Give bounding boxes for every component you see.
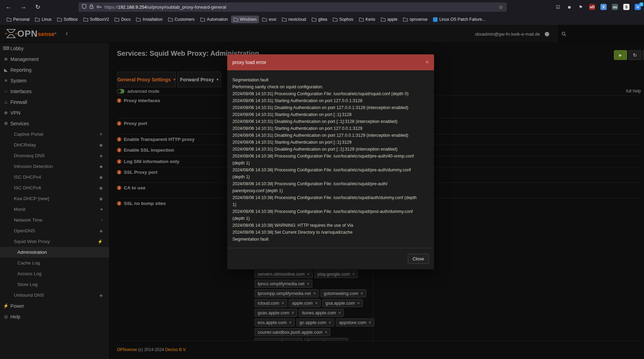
bookmark-item-apple[interactable]: apple [378, 16, 400, 23]
domain-chip-icloud-com[interactable]: icloud.com× [255, 299, 287, 307]
sidebar-item-kea-dhcp-new[interactable]: Kea DHCP [new]◉ [0, 193, 109, 204]
info-icon[interactable]: i [117, 137, 121, 142]
password-extension-icon[interactable]: U1 [634, 3, 641, 10]
lock-warning-icon[interactable] [89, 4, 94, 10]
info-icon[interactable]: i [117, 201, 121, 206]
sidebar-item-unbound-dns[interactable]: Unbound DNS◈ [0, 290, 109, 300]
domain-chip-itunes-apple-com[interactable]: itunes.apple.com× [299, 309, 344, 317]
chip-remove-icon[interactable]: × [342, 340, 345, 341]
bookmark-item-softbox[interactable]: Softbox [55, 16, 80, 23]
sidebar-item-reporting[interactable]: ◣Reporting [0, 64, 109, 75]
chip-remove-icon[interactable]: × [357, 301, 360, 306]
sidebar-item-captive-portal[interactable]: Captive Portal✈ [0, 129, 109, 140]
domain-chip-servers-citrixonline-com[interactable]: servers.citrixonline.com× [255, 270, 313, 278]
sidebar-item-help[interactable]: ◎Help [0, 311, 109, 322]
chip-remove-icon[interactable]: × [313, 291, 316, 296]
sidebar-item-monit[interactable]: Monit♥ [0, 204, 109, 215]
domain-chip-appstore-com[interactable]: appstore.com× [336, 318, 374, 326]
chip-remove-icon[interactable]: × [329, 320, 331, 325]
bookmark-item-installation[interactable]: Installation [134, 16, 165, 23]
sidebar-collapse-icon[interactable]: ‹ [66, 29, 68, 37]
url-bar[interactable]: https://192.168.9.254/ui/proxy#subtab_pr… [79, 2, 507, 12]
shield-check-extension-icon[interactable]: ☑ [554, 3, 561, 10]
sidebar-item-power[interactable]: ⚡Power [0, 300, 109, 311]
bookmark-item-softboxv2[interactable]: SoftboxV2 [81, 16, 111, 23]
info-icon[interactable]: i [117, 148, 121, 152]
close-icon[interactable]: × [425, 59, 429, 66]
bookmark-item-personal[interactable]: Personal [4, 16, 32, 23]
monkey-extension-icon[interactable]: oo [611, 3, 618, 10]
domain-chip-tpncs-simplifymedia-net[interactable]: tpncs.simplifymedia.net× [255, 280, 312, 288]
s-extension-icon[interactable]: S [623, 3, 630, 10]
domain-chip-gsa-apple-com[interactable]: gsa.apple.com× [322, 299, 363, 307]
sidebar-item-system[interactable]: ≡System [0, 75, 109, 86]
domain-chip-gotomeeting-com[interactable]: gotomeeting.com× [321, 289, 366, 297]
back-icon[interactable]: ← [6, 3, 11, 10]
domain-chip-courier-sandbox-push-apple-com[interactable]: courier.sandbox.push.apple.com× [255, 328, 330, 336]
chip-remove-icon[interactable]: × [307, 272, 310, 277]
opnsense-logo[interactable]: OPNsense® [5, 28, 56, 39]
info-icon[interactable]: i [117, 98, 121, 103]
chip-remove-icon[interactable]: × [307, 281, 309, 286]
sidebar-item-lobby[interactable]: ⌨Lobby [0, 43, 109, 54]
sidebar-item-dnsmasq-dns[interactable]: Dnsmasq DNS◈ [0, 150, 109, 161]
domain-chip-gsas-apple-com[interactable]: gsas.apple.com× [255, 309, 297, 317]
bookmark-item-linux-os-patch-failure[interactable]: Linux OS Patch Failure... [431, 16, 488, 23]
domain-chip-ess-apple-com[interactable]: ess.apple.com× [255, 318, 295, 326]
sidebar-item-opendns[interactable]: OpenDNS◈ [0, 225, 109, 236]
v-extension-icon[interactable]: V [600, 3, 607, 10]
footer-opnsense-link[interactable]: OPNsense [117, 347, 137, 352]
sidebar-item-access-log[interactable]: Access Log [0, 268, 109, 279]
domain-chip-livemeeting-com[interactable]: livemeeting.com× [304, 338, 348, 341]
bookmark-item-customers[interactable]: Customers [166, 16, 197, 23]
chip-remove-icon[interactable]: × [282, 301, 284, 306]
sidebar-item-isc-dhcpv4[interactable]: ISC DHCPv4◉ [0, 172, 109, 182]
bookmark-star-icon[interactable]: ☆ [499, 4, 503, 10]
tab-general-proxy-settings[interactable]: General Proxy Settings▾ [117, 72, 176, 87]
bookmark-item-automation[interactable]: Automation [198, 16, 230, 23]
sidebar-item-intrusion-detection[interactable]: Intrusion Detection◆ [0, 161, 109, 172]
ublock-extension-icon[interactable]: uO [589, 3, 596, 10]
sidebar-item-administration[interactable]: Administration [0, 247, 109, 258]
domain-chip-swscan-apple-com[interactable]: swscan.apple.com× [255, 338, 303, 341]
clipped-button[interactable] [643, 50, 644, 60]
sidebar-item-firewall[interactable]: ♨Firewall [0, 97, 109, 107]
account-icon[interactable]: ☻ [566, 3, 573, 10]
chip-remove-icon[interactable]: × [369, 320, 371, 325]
bookmark-item-nextcloud[interactable]: nextcloud [279, 16, 309, 23]
sidebar-item-cache-log[interactable]: Cache Log [0, 258, 109, 268]
shield-icon[interactable] [82, 4, 86, 10]
apply-button[interactable]: ▶ [614, 50, 627, 60]
chip-remove-icon[interactable]: × [292, 311, 294, 315]
bookmark-item-docs[interactable]: Docs [112, 16, 133, 23]
flag-extension-icon[interactable]: ⚑ [577, 3, 584, 10]
chip-remove-icon[interactable]: × [352, 272, 355, 277]
sidebar-item-vpn[interactable]: ⊕VPN [0, 107, 109, 118]
sidebar-item-interfaces[interactable]: ∴Interfaces [0, 86, 109, 97]
sidebar-item-dhcrelay[interactable]: DHCRelay◉ [0, 140, 109, 150]
info-icon[interactable]: i [117, 121, 121, 126]
bookmark-item-gitea[interactable]: gitea [309, 16, 330, 23]
tab-forward-proxy[interactable]: Forward Proxy▾ [177, 72, 221, 87]
domain-chip-gc-apple-com[interactable]: gc.apple.com× [296, 318, 334, 326]
search-input[interactable] [569, 31, 644, 37]
info-icon[interactable]: i [117, 186, 121, 190]
sidebar-item-isc-dhcpv6[interactable]: ISC DHCPv6◉ [0, 182, 109, 193]
reload-icon[interactable]: ↻ [35, 3, 40, 11]
sidebar-item-services[interactable]: ⚙Services [0, 118, 109, 129]
global-search[interactable] [557, 25, 644, 43]
advanced-mode-toggle[interactable] [117, 89, 125, 93]
forward-icon[interactable]: → [20, 3, 26, 10]
footer-deciso-link[interactable]: Deciso B.V. [165, 347, 186, 352]
info-icon[interactable]: i [117, 159, 121, 164]
info-icon[interactable]: i [117, 170, 121, 174]
refresh-button[interactable]: ↻ [628, 50, 641, 60]
bookmark-item-esxi[interactable]: esxi [260, 16, 278, 23]
bookmark-item-sophos[interactable]: Sophos [330, 16, 356, 23]
domain-chip-apple-com[interactable]: apple.com× [289, 299, 321, 307]
sidebar-item-network-time[interactable]: Network Time◔ [0, 215, 109, 225]
sidebar-item-management[interactable]: ⊕Management [0, 54, 109, 64]
chip-remove-icon[interactable]: × [289, 320, 292, 325]
sidebar-item-squid-web-proxy[interactable]: Squid Web Proxy⚡ [0, 236, 109, 247]
domain-chip-play-google-com[interactable]: play.google.com× [314, 270, 358, 278]
